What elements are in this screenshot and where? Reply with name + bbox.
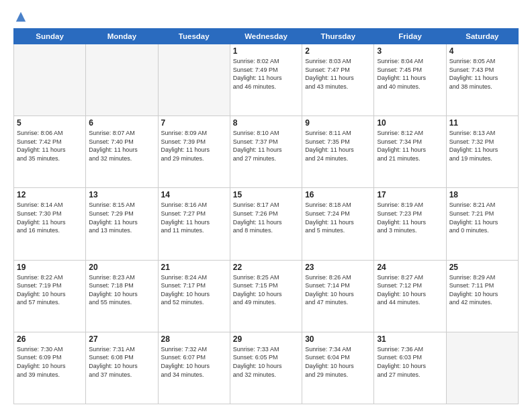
day-number: 7: [161, 118, 227, 128]
calendar-cell: 31Sunrise: 7:36 AM Sunset: 6:03 PM Dayli…: [374, 332, 446, 404]
day-number: 12: [17, 190, 83, 199]
calendar-cell: [158, 44, 230, 116]
day-info: Sunrise: 8:02 AM Sunset: 7:49 PM Dayligh…: [233, 57, 299, 91]
weekday-header-monday: Monday: [86, 29, 158, 44]
calendar-cell: [446, 332, 518, 404]
day-info: Sunrise: 8:22 AM Sunset: 7:19 PM Dayligh…: [17, 273, 83, 307]
day-info: Sunrise: 8:23 AM Sunset: 7:18 PM Dayligh…: [89, 273, 154, 307]
day-info: Sunrise: 8:05 AM Sunset: 7:43 PM Dayligh…: [449, 57, 515, 91]
logo: [13, 11, 27, 23]
day-info: Sunrise: 8:29 AM Sunset: 7:11 PM Dayligh…: [449, 273, 515, 307]
day-info: Sunrise: 8:10 AM Sunset: 7:37 PM Dayligh…: [233, 129, 299, 163]
day-number: 23: [305, 263, 371, 272]
weekday-header-thursday: Thursday: [302, 29, 374, 44]
day-number: 24: [377, 263, 443, 272]
day-info: Sunrise: 8:11 AM Sunset: 7:35 PM Dayligh…: [305, 129, 371, 163]
day-info: Sunrise: 8:03 AM Sunset: 7:47 PM Dayligh…: [305, 57, 371, 91]
day-info: Sunrise: 8:13 AM Sunset: 7:32 PM Dayligh…: [449, 129, 515, 163]
day-info: Sunrise: 8:21 AM Sunset: 7:21 PM Dayligh…: [449, 201, 515, 234]
calendar-week-4: 19Sunrise: 8:22 AM Sunset: 7:19 PM Dayli…: [14, 260, 519, 332]
day-number: 26: [17, 334, 83, 344]
calendar-cell: 6Sunrise: 8:07 AM Sunset: 7:40 PM Daylig…: [86, 116, 158, 188]
calendar-cell: 15Sunrise: 8:17 AM Sunset: 7:26 PM Dayli…: [230, 188, 302, 260]
day-info: Sunrise: 7:33 AM Sunset: 6:05 PM Dayligh…: [233, 345, 299, 379]
calendar-cell: 28Sunrise: 7:32 AM Sunset: 6:07 PM Dayli…: [158, 332, 230, 404]
day-info: Sunrise: 7:36 AM Sunset: 6:03 PM Dayligh…: [377, 345, 443, 379]
day-number: 4: [449, 46, 515, 56]
page: SundayMondayTuesdayWednesdayThursdayFrid…: [0, 0, 532, 411]
day-number: 10: [377, 118, 443, 128]
day-number: 25: [449, 263, 515, 272]
day-info: Sunrise: 8:25 AM Sunset: 7:15 PM Dayligh…: [233, 273, 299, 307]
day-info: Sunrise: 8:17 AM Sunset: 7:26 PM Dayligh…: [233, 201, 299, 234]
weekday-header-wednesday: Wednesday: [230, 29, 302, 44]
day-number: 8: [233, 118, 299, 128]
calendar-cell: 24Sunrise: 8:27 AM Sunset: 7:12 PM Dayli…: [374, 260, 446, 332]
calendar-cell: 30Sunrise: 7:34 AM Sunset: 6:04 PM Dayli…: [302, 332, 374, 404]
calendar-cell: 29Sunrise: 7:33 AM Sunset: 6:05 PM Dayli…: [230, 332, 302, 404]
calendar-week-3: 12Sunrise: 8:14 AM Sunset: 7:30 PM Dayli…: [14, 188, 519, 260]
day-number: 28: [161, 334, 227, 344]
calendar-cell: 11Sunrise: 8:13 AM Sunset: 7:32 PM Dayli…: [446, 116, 518, 188]
day-number: 18: [449, 190, 515, 199]
day-info: Sunrise: 7:31 AM Sunset: 6:08 PM Dayligh…: [89, 345, 154, 379]
day-info: Sunrise: 8:04 AM Sunset: 7:45 PM Dayligh…: [377, 57, 443, 91]
weekday-header-friday: Friday: [374, 29, 446, 44]
day-info: Sunrise: 8:15 AM Sunset: 7:29 PM Dayligh…: [89, 201, 154, 234]
day-info: Sunrise: 8:12 AM Sunset: 7:34 PM Dayligh…: [377, 129, 443, 163]
weekday-header-sunday: Sunday: [14, 29, 86, 44]
day-number: 13: [89, 190, 154, 199]
calendar-table: SundayMondayTuesdayWednesdayThursdayFrid…: [13, 28, 519, 404]
calendar-cell: 19Sunrise: 8:22 AM Sunset: 7:19 PM Dayli…: [14, 260, 86, 332]
calendar-cell: [14, 44, 86, 116]
calendar-cell: 1Sunrise: 8:02 AM Sunset: 7:49 PM Daylig…: [230, 44, 302, 116]
calendar-week-1: 1Sunrise: 8:02 AM Sunset: 7:49 PM Daylig…: [14, 44, 519, 116]
day-number: 30: [305, 334, 371, 344]
day-info: Sunrise: 8:24 AM Sunset: 7:17 PM Dayligh…: [161, 273, 227, 307]
calendar-cell: [86, 44, 158, 116]
day-number: 22: [233, 263, 299, 272]
day-number: 3: [377, 46, 443, 56]
calendar-cell: 21Sunrise: 8:24 AM Sunset: 7:17 PM Dayli…: [158, 260, 230, 332]
calendar-week-5: 26Sunrise: 7:30 AM Sunset: 6:09 PM Dayli…: [14, 332, 519, 404]
day-number: 14: [161, 190, 227, 199]
day-info: Sunrise: 8:09 AM Sunset: 7:39 PM Dayligh…: [161, 129, 227, 163]
calendar-cell: 8Sunrise: 8:10 AM Sunset: 7:37 PM Daylig…: [230, 116, 302, 188]
calendar-cell: 23Sunrise: 8:26 AM Sunset: 7:14 PM Dayli…: [302, 260, 374, 332]
day-info: Sunrise: 7:30 AM Sunset: 6:09 PM Dayligh…: [17, 345, 83, 379]
calendar-cell: 4Sunrise: 8:05 AM Sunset: 7:43 PM Daylig…: [446, 44, 518, 116]
day-number: 29: [233, 334, 299, 344]
day-number: 27: [89, 334, 154, 344]
calendar-cell: 18Sunrise: 8:21 AM Sunset: 7:21 PM Dayli…: [446, 188, 518, 260]
day-number: 1: [233, 46, 299, 56]
day-info: Sunrise: 8:18 AM Sunset: 7:24 PM Dayligh…: [305, 201, 371, 234]
day-number: 19: [17, 263, 83, 272]
day-number: 9: [305, 118, 371, 128]
calendar-cell: 17Sunrise: 8:19 AM Sunset: 7:23 PM Dayli…: [374, 188, 446, 260]
day-number: 6: [89, 118, 154, 128]
day-info: Sunrise: 8:16 AM Sunset: 7:27 PM Dayligh…: [161, 201, 227, 234]
day-info: Sunrise: 8:27 AM Sunset: 7:12 PM Dayligh…: [377, 273, 443, 307]
calendar-cell: 10Sunrise: 8:12 AM Sunset: 7:34 PM Dayli…: [374, 116, 446, 188]
day-info: Sunrise: 8:06 AM Sunset: 7:42 PM Dayligh…: [17, 129, 83, 163]
day-number: 17: [377, 190, 443, 199]
calendar-cell: 3Sunrise: 8:04 AM Sunset: 7:45 PM Daylig…: [374, 44, 446, 116]
calendar-cell: 13Sunrise: 8:15 AM Sunset: 7:29 PM Dayli…: [86, 188, 158, 260]
day-info: Sunrise: 8:14 AM Sunset: 7:30 PM Dayligh…: [17, 201, 83, 234]
day-info: Sunrise: 7:32 AM Sunset: 6:07 PM Dayligh…: [161, 345, 227, 379]
day-number: 5: [17, 118, 83, 128]
calendar-cell: 27Sunrise: 7:31 AM Sunset: 6:08 PM Dayli…: [86, 332, 158, 404]
weekday-header-row: SundayMondayTuesdayWednesdayThursdayFrid…: [14, 29, 519, 44]
header: [13, 11, 519, 23]
day-number: 16: [305, 190, 371, 199]
day-number: 15: [233, 190, 299, 199]
day-number: 20: [89, 263, 154, 272]
calendar-cell: 16Sunrise: 8:18 AM Sunset: 7:24 PM Dayli…: [302, 188, 374, 260]
day-number: 2: [305, 46, 371, 56]
day-number: 11: [449, 118, 515, 128]
calendar-cell: 26Sunrise: 7:30 AM Sunset: 6:09 PM Dayli…: [14, 332, 86, 404]
calendar-week-2: 5Sunrise: 8:06 AM Sunset: 7:42 PM Daylig…: [14, 116, 519, 188]
calendar-cell: 9Sunrise: 8:11 AM Sunset: 7:35 PM Daylig…: [302, 116, 374, 188]
calendar-cell: 5Sunrise: 8:06 AM Sunset: 7:42 PM Daylig…: [14, 116, 86, 188]
calendar-cell: 7Sunrise: 8:09 AM Sunset: 7:39 PM Daylig…: [158, 116, 230, 188]
